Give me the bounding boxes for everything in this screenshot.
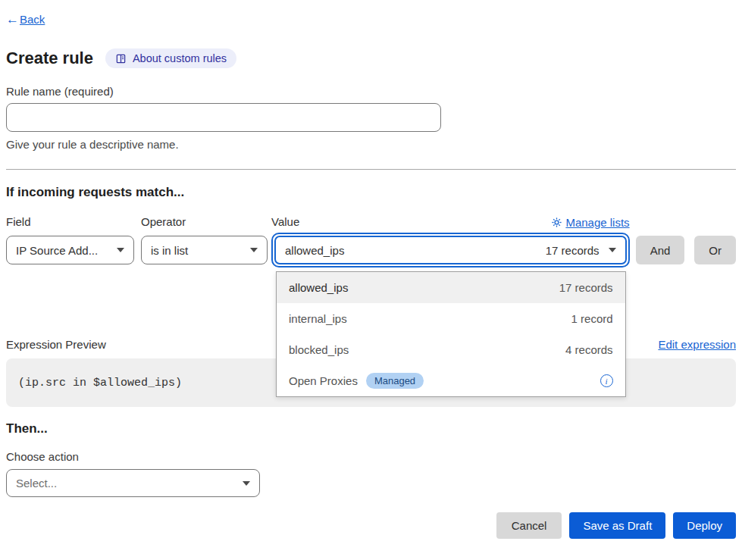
value-label: Value [271, 216, 299, 228]
cancel-button[interactable]: Cancel [496, 512, 562, 539]
expression-preview-label: Expression Preview [6, 338, 106, 351]
then-section-heading: Then... [6, 421, 736, 436]
operator-label: Operator [141, 216, 268, 228]
section-divider [6, 169, 736, 170]
list-option-records: 1 record [571, 312, 613, 325]
list-option-allowed-ips[interactable]: allowed_ips 17 records [277, 272, 625, 303]
save-as-draft-button[interactable]: Save as Draft [569, 512, 665, 539]
book-icon [115, 53, 127, 64]
action-select-placeholder: Select... [16, 477, 57, 490]
and-button[interactable]: And [636, 236, 685, 264]
back-link-label: Back [20, 13, 45, 26]
value-records-count: 17 records [546, 244, 600, 257]
list-option-name: allowed_ips [289, 281, 348, 294]
expression-code: (ip.src in $allowed_ips) [18, 377, 182, 389]
chevron-down-icon [250, 248, 258, 252]
about-badge-label: About custom rules [133, 52, 227, 64]
field-select-value: IP Source Add... [16, 244, 98, 257]
chevron-down-icon [117, 248, 124, 252]
field-label: Field [6, 216, 134, 228]
rule-name-helper: Give your rule a descriptive name. [6, 138, 736, 151]
rule-name-input[interactable] [6, 103, 441, 132]
chevron-down-icon [243, 481, 250, 486]
list-option-blocked-ips[interactable]: blocked_ips 4 records [277, 334, 625, 365]
action-select[interactable]: Select... [6, 469, 260, 497]
edit-expression-label: Edit expression [658, 338, 736, 351]
list-option-records: 17 records [559, 281, 613, 294]
or-button[interactable]: Or [694, 236, 736, 264]
list-option-records: 4 records [565, 343, 613, 356]
choose-action-label: Choose action [6, 450, 736, 463]
match-section-heading: If incoming requests match... [6, 185, 736, 200]
about-custom-rules-badge[interactable]: About custom rules [105, 48, 236, 68]
list-dropdown-panel: allowed_ips 17 records internal_ips 1 re… [276, 271, 626, 397]
list-option-name: internal_ips [289, 312, 347, 325]
list-option-internal-ips[interactable]: internal_ips 1 record [277, 303, 625, 334]
list-option-name: Open Proxies [289, 374, 358, 387]
manage-lists-label: Manage lists [565, 216, 629, 229]
gear-icon [552, 217, 562, 227]
page-title: Create rule [6, 48, 93, 68]
value-combobox[interactable]: allowed_ips 17 records [271, 233, 630, 267]
operator-select-value: is in list [151, 244, 188, 257]
field-select[interactable]: IP Source Add... [6, 236, 134, 264]
back-arrow-icon: ← [6, 12, 19, 27]
list-option-name: blocked_ips [289, 343, 349, 356]
manage-lists-link[interactable]: Manage lists [552, 216, 629, 229]
deploy-button[interactable]: Deploy [673, 512, 736, 539]
back-link[interactable]: ←Back [6, 12, 45, 27]
managed-badge: Managed [366, 373, 424, 389]
value-selected: allowed_ips [285, 244, 344, 257]
rule-name-label: Rule name (required) [6, 85, 736, 98]
edit-expression-link[interactable]: Edit expression [658, 338, 736, 351]
list-option-open-proxies[interactable]: Open Proxies Managed i [277, 365, 625, 396]
condition-row: Field IP Source Add... Operator is in li… [6, 216, 736, 267]
info-icon[interactable]: i [600, 374, 613, 387]
operator-select[interactable]: is in list [141, 236, 268, 264]
create-rule-page: ←Back Create rule About custom rules Rul… [0, 0, 742, 539]
chevron-down-icon [609, 248, 616, 252]
